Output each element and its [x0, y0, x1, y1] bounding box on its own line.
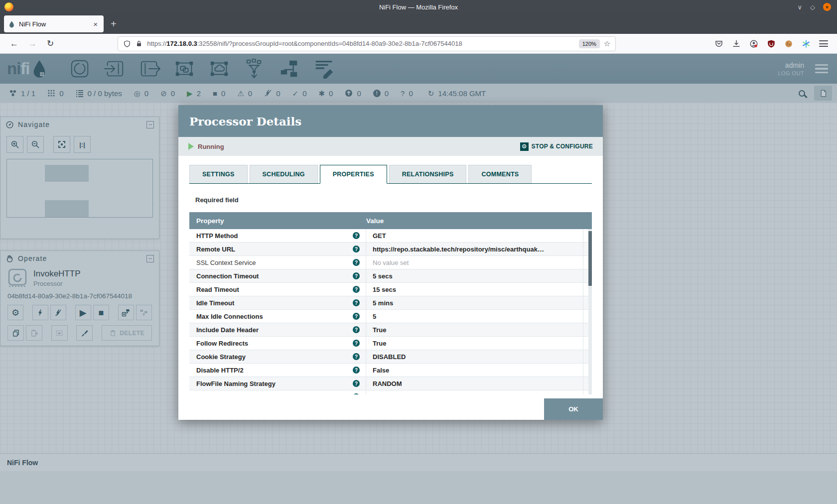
- property-value[interactable]: 15 secs: [366, 283, 583, 296]
- tab-scheduling[interactable]: SCHEDULING: [250, 165, 318, 183]
- pocket-icon[interactable]: [714, 39, 723, 48]
- tab-close-icon[interactable]: ×: [91, 20, 100, 28]
- help-icon[interactable]: ?: [353, 313, 360, 320]
- help-icon[interactable]: ?: [353, 259, 360, 266]
- profile-icon[interactable]: [749, 39, 758, 48]
- url-bar[interactable]: https://172.18.0.3:32558/nifi/?processGr…: [118, 36, 616, 51]
- property-name: Max Idle Connections: [196, 313, 263, 320]
- property-name: FlowFile Naming Strategy: [196, 380, 276, 387]
- shield-icon[interactable]: [123, 40, 131, 48]
- property-value[interactable]: RANDOM: [366, 377, 583, 390]
- dialog-status-row: Running ⚙ STOP & CONFIGURE: [178, 137, 603, 156]
- help-icon[interactable]: ?: [353, 299, 360, 306]
- property-value[interactable]: No value set: [366, 256, 583, 269]
- ublock-icon[interactable]: [767, 39, 776, 48]
- help-icon[interactable]: ?: [353, 340, 360, 347]
- extension-asterisk-icon[interactable]: [802, 39, 811, 48]
- bookmark-star-icon[interactable]: ☆: [604, 39, 610, 48]
- property-value[interactable]: No value set: [366, 390, 583, 394]
- back-button[interactable]: ←: [5, 39, 23, 49]
- table-row[interactable]: Read Timeout? 15 secs: [189, 283, 592, 296]
- dialog-header: Processor Details: [178, 105, 603, 137]
- table-row[interactable]: Max Idle Connections? 5: [189, 310, 592, 323]
- tab-title: NiFi Flow: [19, 20, 91, 28]
- page-zoom-badge[interactable]: 120%: [579, 39, 600, 48]
- url-path: :32558/nifi/?processGroupId=root&compone…: [197, 40, 462, 47]
- window-close-icon[interactable]: ×: [823, 3, 831, 11]
- table-row[interactable]: Disable HTTP/2? False: [189, 364, 592, 377]
- table-row[interactable]: Idle Timeout? 5 mins: [189, 296, 592, 310]
- column-value: Value: [366, 217, 583, 225]
- property-name: Remote URL: [196, 246, 235, 253]
- table-row[interactable]: Remote URL? https://repo.stackable.tech/…: [189, 243, 592, 256]
- property-value[interactable]: False: [366, 364, 583, 377]
- window-titlebar: NiFi Flow — Mozilla Firefox ∨ ◇ ×: [0, 0, 837, 14]
- help-icon[interactable]: ?: [353, 232, 360, 239]
- scrollbar-thumb[interactable]: [588, 231, 592, 286]
- dialog-tabs: SETTINGS SCHEDULING PROPERTIES RELATIONS…: [189, 165, 592, 184]
- property-value[interactable]: https://repo.stackable.tech/repository/m…: [366, 243, 583, 255]
- property-value[interactable]: 5 mins: [366, 296, 583, 309]
- reload-button[interactable]: ↻: [42, 38, 59, 49]
- table-row[interactable]: HTTP Method? GET: [189, 229, 592, 243]
- running-play-icon: [188, 143, 194, 150]
- property-name: Idle Timeout: [196, 299, 234, 307]
- tab-properties[interactable]: PROPERTIES: [320, 165, 387, 184]
- help-icon[interactable]: ?: [353, 353, 360, 360]
- property-value[interactable]: 5: [366, 310, 583, 323]
- run-status-label: Running: [198, 143, 224, 150]
- stop-and-configure-button[interactable]: ⚙ STOP & CONFIGURE: [520, 142, 593, 151]
- required-field-note: Required field: [195, 196, 586, 204]
- property-name: Disable HTTP/2: [196, 367, 244, 374]
- table-row[interactable]: Connection Timeout? 5 secs: [189, 269, 592, 283]
- browser-tabstrip: NiFi Flow × +: [0, 14, 837, 34]
- downloads-icon[interactable]: [732, 39, 741, 48]
- help-icon[interactable]: ?: [353, 367, 360, 374]
- property-name: Connection Timeout: [196, 272, 259, 280]
- tab-comments[interactable]: COMMENTS: [468, 165, 532, 183]
- table-row[interactable]: Cookie Strategy? DISABLED: [189, 350, 592, 364]
- help-icon[interactable]: ?: [353, 246, 360, 252]
- help-icon[interactable]: ?: [353, 326, 360, 333]
- property-value[interactable]: 5 secs: [366, 269, 583, 282]
- property-value[interactable]: True: [366, 337, 583, 350]
- help-icon[interactable]: ?: [353, 272, 360, 279]
- table-row[interactable]: Follow Redirects? True: [189, 337, 592, 350]
- table-header: Property Value: [189, 212, 592, 229]
- window-maximize-icon[interactable]: ◇: [810, 4, 815, 10]
- nifi-favicon: [8, 20, 15, 28]
- property-name: Follow Redirects: [196, 340, 248, 347]
- processor-details-dialog: Processor Details Running ⚙ STOP & CONFI…: [178, 105, 603, 420]
- cookie-extension-icon[interactable]: [784, 39, 793, 48]
- tab-settings[interactable]: SETTINGS: [189, 165, 248, 183]
- browser-tab[interactable]: NiFi Flow ×: [4, 15, 104, 32]
- url-text[interactable]: https://172.18.0.3:32558/nifi/?processGr…: [147, 40, 574, 47]
- property-name: HTTP Method: [196, 232, 238, 240]
- tab-relationships[interactable]: RELATIONSHIPS: [389, 165, 467, 183]
- stop-configure-label: STOP & CONFIGURE: [532, 143, 593, 150]
- lock-icon[interactable]: [135, 40, 143, 48]
- help-icon[interactable]: ?: [353, 393, 360, 394]
- url-host: 172.18.0.3: [166, 40, 197, 47]
- browser-menu-icon[interactable]: [819, 40, 828, 47]
- browser-navbar: ← → ↻ https://172.18.0.3:32558/nifi/?pro…: [0, 34, 837, 54]
- ok-button[interactable]: OK: [544, 398, 603, 420]
- property-value[interactable]: GET: [366, 229, 583, 242]
- table-row[interactable]: FlowFile Naming Strategy? RANDOM: [189, 377, 592, 390]
- property-name: Include Date Header: [196, 326, 259, 334]
- window-title: NiFi Flow — Mozilla Firefox: [0, 3, 837, 11]
- table-row-partial[interactable]: Attributes to Send? No value set: [189, 390, 592, 394]
- url-protocol: https://: [147, 40, 166, 47]
- table-scrollbar[interactable]: [588, 229, 592, 394]
- property-value[interactable]: DISABLED: [366, 350, 583, 363]
- property-name: Read Timeout: [196, 286, 239, 293]
- forward-button[interactable]: →: [23, 39, 42, 49]
- help-icon[interactable]: ?: [353, 380, 360, 387]
- table-row[interactable]: Include Date Header? True: [189, 323, 592, 337]
- property-value[interactable]: True: [366, 323, 583, 336]
- table-row[interactable]: SSL Context Service? No value set: [189, 256, 592, 269]
- table-body[interactable]: HTTP Method? GET Remote URL? https://rep…: [189, 229, 592, 394]
- new-tab-button[interactable]: +: [111, 18, 117, 30]
- help-icon[interactable]: ?: [353, 286, 360, 293]
- window-minimize-icon[interactable]: ∨: [797, 4, 802, 10]
